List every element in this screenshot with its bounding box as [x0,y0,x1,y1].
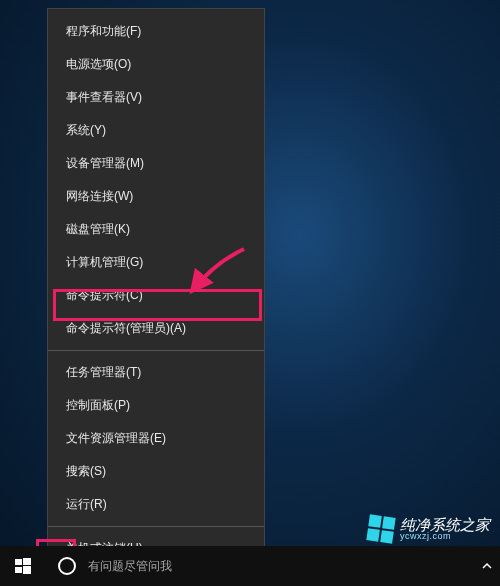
menu-item-command-prompt-admin[interactable]: 命令提示符(管理员)(A) [48,312,264,345]
menu-item-label: 命令提示符(管理员)(A) [66,320,186,337]
website-watermark: 纯净系统之家 ycwxzj.com [362,512,496,546]
windows-logo-icon [15,558,31,574]
start-button[interactable] [0,546,46,586]
menu-item-command-prompt[interactable]: 命令提示符(C) [48,279,264,312]
menu-item-disk-management[interactable]: 磁盘管理(K) [48,213,264,246]
watermark-logo-icon [366,514,395,543]
menu-item-label: 命令提示符(C) [66,287,143,304]
svg-rect-0 [15,559,22,565]
svg-rect-3 [23,566,31,574]
menu-item-label: 运行(R) [66,496,107,513]
menu-item-network-connections[interactable]: 网络连接(W) [48,180,264,213]
menu-item-label: 搜索(S) [66,463,106,480]
taskbar: 有问题尽管问我 [0,546,500,586]
menu-item-device-manager[interactable]: 设备管理器(M) [48,147,264,180]
desktop-background: 程序和功能(F)电源选项(O)事件查看器(V)系统(Y)设备管理器(M)网络连接… [0,0,500,586]
menu-item-label: 事件查看器(V) [66,89,142,106]
menu-item-task-manager[interactable]: 任务管理器(T) [48,356,264,389]
menu-item-programs-features[interactable]: 程序和功能(F) [48,15,264,48]
menu-item-label: 系统(Y) [66,122,106,139]
menu-item-system[interactable]: 系统(Y) [48,114,264,147]
menu-item-file-explorer[interactable]: 文件资源管理器(E) [48,422,264,455]
menu-item-label: 电源选项(O) [66,56,131,73]
cortana-icon [58,557,76,575]
menu-item-label: 设备管理器(M) [66,155,144,172]
watermark-url: ycwxzj.com [400,532,490,541]
svg-rect-1 [23,558,31,565]
menu-item-run[interactable]: 运行(R) [48,488,264,521]
tray-chevron-up-icon [480,559,494,573]
menu-item-label: 程序和功能(F) [66,23,141,40]
winx-context-menu: 程序和功能(F)电源选项(O)事件查看器(V)系统(Y)设备管理器(M)网络连接… [47,8,265,586]
menu-item-event-viewer[interactable]: 事件查看器(V) [48,81,264,114]
system-tray[interactable] [474,546,500,586]
menu-item-control-panel[interactable]: 控制面板(P) [48,389,264,422]
menu-item-search[interactable]: 搜索(S) [48,455,264,488]
menu-item-power-options[interactable]: 电源选项(O) [48,48,264,81]
menu-item-label: 文件资源管理器(E) [66,430,166,447]
svg-rect-2 [15,567,22,573]
cortana-search-box[interactable]: 有问题尽管问我 [46,546,298,586]
watermark-title: 纯净系统之家 [400,517,490,532]
menu-item-label: 网络连接(W) [66,188,133,205]
menu-item-label: 磁盘管理(K) [66,221,130,238]
menu-item-label: 控制面板(P) [66,397,130,414]
menu-divider [48,526,264,527]
menu-item-label: 任务管理器(T) [66,364,141,381]
menu-item-label: 计算机管理(G) [66,254,143,271]
menu-item-computer-management[interactable]: 计算机管理(G) [48,246,264,279]
search-placeholder: 有问题尽管问我 [88,558,172,575]
menu-divider [48,350,264,351]
